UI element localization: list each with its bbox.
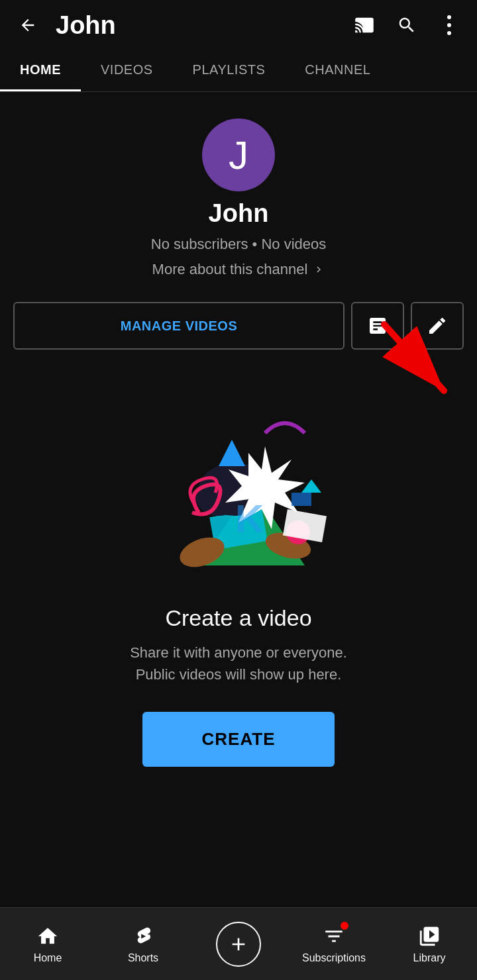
create-button[interactable]: CREATE <box>142 712 335 767</box>
page-title: John <box>56 11 116 40</box>
nav-create[interactable] <box>191 922 286 967</box>
nav-home-label: Home <box>34 952 62 964</box>
svg-marker-10 <box>219 440 245 466</box>
nav-shorts[interactable]: Shorts <box>95 924 191 964</box>
tab-channel[interactable]: CHANNEL <box>285 50 390 91</box>
more-about-link[interactable]: More about this channel <box>152 261 325 278</box>
channel-stats: No subscribers • No videos <box>151 236 326 253</box>
nav-library[interactable]: Library <box>382 924 477 964</box>
tabs: HOME VIDEOS PLAYLISTS CHANNEL <box>0 50 477 92</box>
channel-name: John <box>209 199 269 228</box>
nav-subscriptions[interactable]: Subscriptions <box>286 924 382 964</box>
library-icon <box>417 924 441 948</box>
tab-videos[interactable]: VIDEOS <box>81 50 173 91</box>
nav-subscriptions-label: Subscriptions <box>302 952 366 964</box>
nav-shorts-label: Shorts <box>128 952 158 964</box>
home-icon <box>36 924 60 948</box>
tab-home[interactable]: HOME <box>0 50 81 91</box>
back-button[interactable] <box>13 11 42 40</box>
top-bar-left: John <box>13 11 339 40</box>
action-buttons: MANAGE VIDEOS <box>0 291 477 360</box>
content-section: K Create a video Share it with anyone or… <box>0 360 477 780</box>
subscription-badge <box>341 922 348 930</box>
svg-point-1 <box>447 23 451 27</box>
shorts-icon <box>131 924 155 948</box>
nav-library-label: Library <box>413 952 446 964</box>
top-bar-icons <box>350 11 464 40</box>
create-icon[interactable] <box>216 922 261 967</box>
svg-text:K: K <box>235 497 264 541</box>
bottom-nav: Home Shorts Subscriptions <box>0 907 477 980</box>
avatar: J <box>202 119 275 191</box>
svg-marker-16 <box>301 479 321 493</box>
analytics-button[interactable] <box>351 302 404 350</box>
create-video-title: Create a video <box>165 605 311 631</box>
cast-button[interactable] <box>350 11 379 40</box>
svg-rect-11 <box>292 493 311 506</box>
svg-point-0 <box>447 15 451 19</box>
profile-section: J John No subscribers • No videos More a… <box>0 92 477 291</box>
subscriptions-icon <box>322 924 346 948</box>
create-video-description: Share it with anyone or everyone.Public … <box>130 642 347 685</box>
manage-videos-button[interactable]: MANAGE VIDEOS <box>13 302 344 350</box>
svg-point-2 <box>447 31 451 35</box>
search-button[interactable] <box>392 11 421 40</box>
nav-home[interactable]: Home <box>0 924 95 964</box>
more-button[interactable] <box>435 11 464 40</box>
tab-playlists[interactable]: PLAYLISTS <box>173 50 286 91</box>
top-bar: John <box>0 0 477 50</box>
illustration: K <box>132 380 344 592</box>
edit-button[interactable] <box>411 302 464 350</box>
